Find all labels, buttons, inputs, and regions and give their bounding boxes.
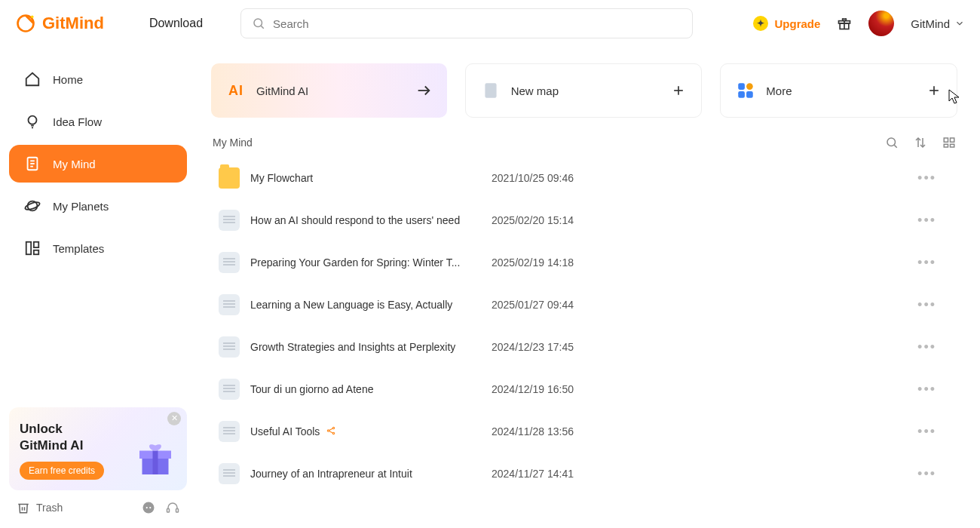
promo-close-icon[interactable]: ✕: [167, 412, 181, 425]
file-more-button[interactable]: •••: [911, 294, 942, 316]
sidebar-item-label: Idea Flow: [53, 115, 102, 128]
search-box[interactable]: [240, 8, 693, 38]
file-row[interactable]: Preparing Your Garden for Spring: Winter…: [211, 241, 950, 284]
username: GitMind: [911, 17, 950, 30]
file-row[interactable]: Useful AI Tools2024/11/28 13:56•••: [211, 410, 950, 453]
promo-cta-button[interactable]: Earn free credits: [20, 462, 104, 480]
file-more-button[interactable]: •••: [911, 167, 942, 189]
upgrade-badge-icon: ✦: [753, 16, 768, 31]
discord-icon[interactable]: [142, 501, 155, 514]
file-more-button[interactable]: •••: [911, 252, 942, 274]
view-icon[interactable]: [942, 136, 956, 149]
file-date: 2024/11/28 13:56: [492, 425, 642, 437]
svg-point-1: [31, 16, 34, 19]
file-date: 2025/01/27 09:44: [492, 299, 642, 311]
sidebar-item-myplanets[interactable]: My Planets: [9, 187, 187, 225]
ai-icon: AI: [226, 81, 246, 100]
svg-rect-28: [176, 509, 179, 513]
folder-icon: [219, 167, 240, 189]
logo-icon: [15, 13, 36, 34]
card-more[interactable]: More: [720, 63, 957, 118]
download-link[interactable]: Download: [149, 17, 203, 30]
home-icon: [24, 71, 41, 87]
search-input[interactable]: [273, 17, 681, 30]
user-dropdown[interactable]: GitMind: [911, 17, 965, 30]
section-tools: [885, 136, 956, 149]
logo[interactable]: GitMind: [15, 13, 104, 34]
file-more-button[interactable]: •••: [911, 210, 942, 232]
sidebar-item-label: My Mind: [53, 158, 96, 170]
svg-point-15: [24, 201, 40, 211]
file-name: Useful AI Tools: [250, 425, 492, 438]
svg-rect-27: [167, 509, 170, 513]
gift-icon[interactable]: [837, 16, 852, 31]
chevron-down-icon: [954, 18, 965, 29]
card-label: GitMind AI: [256, 84, 308, 97]
sidebar-item-templates[interactable]: Templates: [9, 229, 187, 267]
svg-point-49: [333, 432, 335, 434]
plus-icon: [926, 83, 942, 98]
svg-rect-16: [26, 242, 31, 255]
file-row[interactable]: Learning a New Language is Easy, Actuall…: [211, 284, 950, 326]
section-title: My Mind: [213, 137, 253, 149]
svg-rect-21: [153, 451, 158, 475]
sidebar-item-label: My Planets: [53, 200, 109, 213]
file-icon: [481, 81, 501, 100]
doc-icon: [219, 379, 240, 400]
svg-point-47: [328, 429, 329, 431]
svg-point-48: [333, 427, 335, 428]
sidebar-item-label: Templates: [53, 242, 104, 255]
file-more-button[interactable]: •••: [911, 421, 942, 443]
share-icon: [326, 425, 336, 438]
file-more-button[interactable]: •••: [911, 336, 942, 358]
file-row[interactable]: Journey of an Intrapreneur at Intuit2024…: [211, 453, 950, 495]
file-row[interactable]: My Flowchart2021/10/25 09:46•••: [211, 157, 950, 199]
file-row[interactable]: How an AI should respond to the users' n…: [211, 199, 950, 241]
card-label: More: [766, 84, 792, 97]
avatar[interactable]: [868, 11, 894, 36]
file-name: Learning a New Language is Easy, Actuall…: [250, 299, 492, 311]
search-icon[interactable]: [885, 136, 899, 149]
doc-icon: [219, 421, 240, 442]
plus-icon: [671, 83, 686, 98]
file-date: 2024/12/19 16:50: [492, 383, 642, 395]
svg-line-51: [329, 431, 333, 432]
svg-point-0: [18, 16, 34, 32]
svg-rect-18: [34, 250, 38, 255]
brand-name: GitMind: [42, 14, 104, 33]
svg-line-3: [261, 26, 263, 28]
file-row[interactable]: Tour di un giorno ad Atene2024/12/19 16:…: [211, 368, 950, 410]
trash-link[interactable]: Trash: [17, 501, 131, 514]
upgrade-label: Upgrade: [774, 17, 820, 30]
card-new-map[interactable]: New map: [465, 63, 703, 118]
file-name: How an AI should respond to the users' n…: [250, 214, 492, 226]
planet-icon: [24, 198, 41, 214]
sort-icon[interactable]: [914, 136, 927, 149]
file-list: My Flowchart2021/10/25 09:46•••How an AI…: [211, 157, 957, 528]
search-container: [240, 8, 693, 38]
card-label: New map: [511, 84, 559, 97]
doc-icon: [219, 463, 240, 484]
upgrade-button[interactable]: ✦ Upgrade: [753, 16, 820, 31]
promo-card[interactable]: ✕ Unlock GitMind AI Earn free credits: [9, 407, 187, 490]
trash-icon: [17, 501, 30, 514]
file-date: 2021/10/25 09:46: [492, 172, 642, 184]
file-more-button[interactable]: •••: [911, 379, 942, 401]
sidebar-item-ideaflow[interactable]: Idea Flow: [9, 103, 187, 140]
svg-point-24: [143, 502, 155, 514]
svg-line-40: [894, 145, 896, 147]
svg-rect-43: [944, 138, 948, 142]
headset-icon[interactable]: [166, 501, 179, 514]
file-more-button[interactable]: •••: [911, 463, 942, 485]
file-row[interactable]: Growth Strategies and Insights at Perple…: [211, 326, 950, 368]
file-name: My Flowchart: [250, 172, 492, 184]
document-icon: [24, 155, 41, 172]
sidebar-item-mymind[interactable]: My Mind: [9, 145, 187, 183]
sidebar-item-home[interactable]: Home: [9, 60, 187, 98]
svg-point-34: [746, 83, 753, 90]
file-date: 2025/02/20 15:14: [492, 214, 642, 226]
file-date: 2025/02/19 14:18: [492, 256, 642, 269]
card-gitmind-ai[interactable]: AI GitMind AI: [211, 63, 447, 118]
doc-icon: [219, 210, 240, 231]
file-name: Journey of an Intrapreneur at Intuit: [250, 468, 492, 480]
